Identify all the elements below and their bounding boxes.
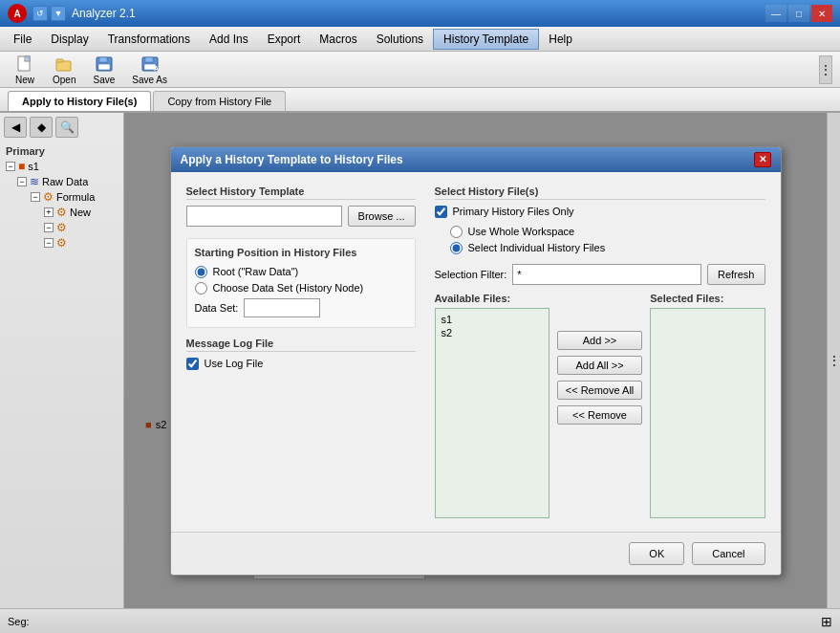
tree-toggle-s1[interactable]: − [6, 162, 15, 171]
sidebar: ◀ ◆ 🔍 Primary − ■ s1 − ≋ Raw Data − ⚙ Fo… [0, 113, 124, 608]
dialog-overlay: Apply a History Template to History File… [124, 113, 827, 608]
browse-btn[interactable]: Browse ... [348, 206, 416, 227]
primary-only-label: Primary History Files Only [453, 206, 574, 217]
formula-icon: ⚙ [43, 190, 54, 204]
selected-files-list[interactable] [650, 308, 765, 518]
toolbar-new-btn[interactable]: New [8, 52, 42, 88]
sidebar-toolbar: ◀ ◆ 🔍 [4, 117, 119, 138]
log-section: Message Log File Use Log File [186, 338, 416, 370]
tree-item-rawdata[interactable]: − ≋ Raw Data [4, 174, 119, 189]
sidebar-primary-label: Primary [4, 143, 119, 159]
filter-input[interactable] [512, 264, 701, 285]
toolbar-tabs: Apply to History File(s) Copy from Histo… [0, 88, 840, 113]
tree-item-f2[interactable]: − ⚙ [4, 235, 119, 251]
starting-position-label: Starting Position in History Files [195, 247, 407, 258]
minimize-btn[interactable]: — [765, 5, 786, 22]
radio-individual-files[interactable]: Select Individual History Files [435, 240, 765, 256]
tree-item-s1[interactable]: − ■ s1 [4, 159, 119, 174]
available-files-list[interactable]: s1 s2 [435, 308, 549, 518]
radio-individual-files-label: Select Individual History Files [468, 242, 606, 253]
radio-whole-workspace[interactable]: Use Whole Workspace [435, 224, 765, 240]
available-file-s2[interactable]: s2 [440, 326, 545, 339]
dialog-title: Apply a History Template to History File… [181, 153, 403, 166]
menu-help[interactable]: Help [539, 29, 582, 50]
menu-solutions[interactable]: Solutions [367, 29, 433, 50]
toolbar-right-handle[interactable]: ⋮ [819, 55, 832, 84]
quick-access: ↺ ▼ [32, 6, 66, 21]
sidebar-tool-left[interactable]: ◀ [4, 117, 27, 138]
remove-all-btn[interactable]: << Remove All [557, 381, 643, 400]
filter-label: Selection Filter: [435, 269, 507, 280]
rawdata-icon: ≋ [30, 175, 39, 188]
cancel-btn[interactable]: Cancel [692, 542, 765, 565]
main-area: ◀ ◆ 🔍 Primary − ■ s1 − ≋ Raw Data − ⚙ Fo… [0, 113, 840, 608]
quick-dropdown-btn[interactable]: ▼ [51, 6, 66, 21]
radio-whole-workspace-input[interactable] [450, 226, 463, 238]
right-handle[interactable]: ⋮ [827, 113, 840, 608]
radio-dataset-label: Choose Data Set (History Node) [213, 282, 364, 294]
toolbar-saveas-btn[interactable]: A Save As [125, 52, 174, 88]
dialog-left-col: Select History Template Browse ... Start… [186, 186, 416, 518]
tree-rawdata-label: Raw Data [42, 176, 88, 187]
refresh-btn[interactable]: Refresh [707, 264, 765, 285]
ok-btn[interactable]: OK [629, 542, 684, 565]
tree-item-formula[interactable]: − ⚙ Formula [4, 189, 119, 205]
add-all-btn[interactable]: Add All >> [557, 356, 643, 375]
menu-addins[interactable]: Add Ins [200, 29, 258, 50]
tree-toggle-new[interactable]: + [44, 207, 54, 217]
new-node-icon: ⚙ [56, 206, 67, 219]
dialog-footer: OK Cancel [171, 532, 781, 575]
primary-only-row[interactable]: Primary History Files Only [435, 206, 765, 218]
tab-copy-from-history[interactable]: Copy from History File [153, 91, 286, 111]
tree-toggle-f1[interactable]: − [44, 223, 54, 232]
open-label: Open [53, 75, 75, 85]
maximize-btn[interactable]: □ [788, 5, 809, 22]
menu-export[interactable]: Export [258, 29, 311, 50]
dialog-close-btn[interactable]: ✕ [754, 152, 771, 167]
add-btn[interactable]: Add >> [557, 331, 643, 350]
toolbar-save-btn[interactable]: Save [86, 52, 121, 88]
new-icon [14, 55, 35, 74]
tree-s1-label: s1 [28, 161, 39, 172]
quick-back-btn[interactable]: ↺ [32, 6, 48, 21]
log-section-label: Message Log File [186, 338, 416, 352]
use-log-checkbox[interactable] [186, 358, 199, 370]
use-log-checkbox-row[interactable]: Use Log File [186, 358, 416, 370]
menu-macros[interactable]: Macros [310, 29, 366, 50]
sidebar-tool-search[interactable]: 🔍 [55, 117, 78, 138]
tree-formula-label: Formula [56, 191, 95, 203]
radio-choose-dataset[interactable]: Choose Data Set (History Node) [195, 280, 407, 296]
radio-individual-files-input[interactable] [450, 242, 463, 254]
radio-dataset-input[interactable] [195, 282, 207, 295]
svg-text:A: A [154, 65, 159, 72]
available-files-header: Available Files: [435, 293, 549, 304]
radio-root-input[interactable] [195, 266, 207, 278]
sidebar-tool-diamond[interactable]: ◆ [30, 117, 53, 138]
title-bar: A ↺ ▼ Analyzer 2.1 — □ ✕ [0, 0, 840, 27]
menu-display[interactable]: Display [41, 29, 97, 50]
tree-toggle-rawdata[interactable]: − [17, 177, 27, 186]
available-file-s1[interactable]: s1 [440, 313, 545, 326]
primary-only-checkbox[interactable] [435, 206, 447, 218]
menu-file[interactable]: File [4, 29, 41, 50]
starting-position-section: Starting Position in History Files Root … [186, 238, 416, 328]
remove-btn[interactable]: << Remove [557, 405, 643, 425]
close-btn[interactable]: ✕ [811, 5, 832, 22]
title-bar-left: A ↺ ▼ Analyzer 2.1 [8, 4, 136, 23]
radio-root-label: Root ("Raw Data") [213, 266, 299, 277]
template-input[interactable] [186, 206, 342, 227]
new-label: New [15, 75, 34, 85]
menu-history-template[interactable]: History Template [433, 29, 539, 50]
toolbar-open-btn[interactable]: Open [46, 52, 82, 88]
status-seg: Seg: [8, 616, 33, 627]
tree-item-f1[interactable]: − ⚙ [4, 220, 119, 235]
tab-apply-to-history[interactable]: Apply to History File(s) [8, 91, 151, 111]
data-set-input[interactable] [244, 298, 320, 317]
menu-transformations[interactable]: Transformations [98, 29, 200, 50]
tree-new-label: New [70, 207, 91, 218]
tree-item-new[interactable]: + ⚙ New [4, 205, 119, 220]
radio-root[interactable]: Root ("Raw Data") [195, 264, 407, 280]
tree-toggle-formula[interactable]: − [31, 192, 40, 202]
dialog-right-col: Select History File(s) Primary History F… [435, 186, 765, 518]
tree-toggle-f2[interactable]: − [44, 238, 54, 248]
